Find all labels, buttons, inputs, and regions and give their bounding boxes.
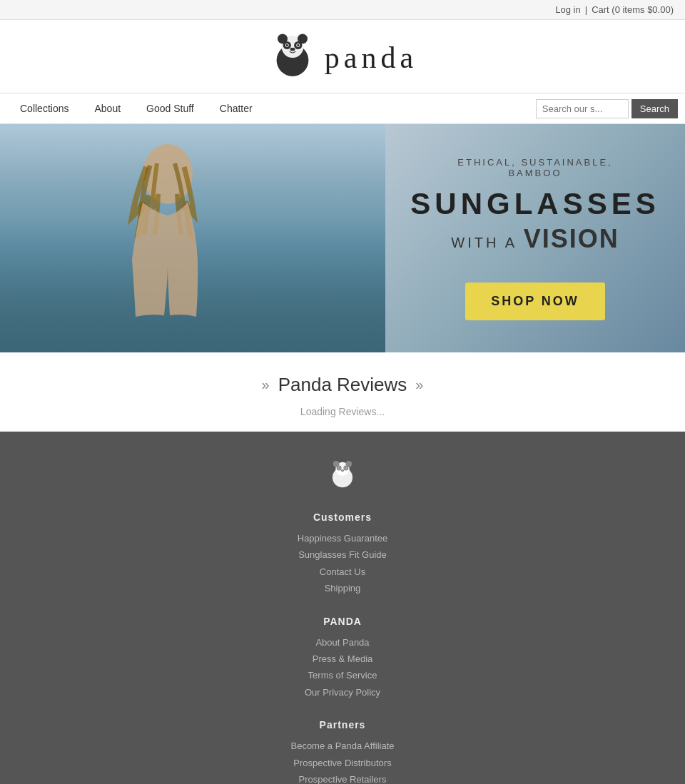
- reviews-heading: Panda Reviews: [278, 374, 407, 396]
- hero-title-sunglasses: SUNGLASSES: [410, 187, 659, 221]
- hero-tagline: ETHICAL, SUSTAINABLE,BAMBOO: [457, 157, 612, 178]
- footer-panda-title: PANDA: [0, 616, 685, 627]
- top-bar-separator: |: [585, 4, 587, 15]
- nav-links: Collections About Good Stuff Chatter: [7, 93, 536, 124]
- hero-title-vision: WITH A VISION: [451, 224, 619, 254]
- hero-vision-word: VISION: [524, 224, 619, 253]
- footer-partners-title: Partners: [0, 719, 685, 730]
- search-form: Search: [536, 99, 678, 118]
- site-header: panda: [0, 20, 685, 93]
- footer-link-sunglasses-fit-guide[interactable]: Sunglasses Fit Guide: [0, 546, 685, 563]
- footer-partners-section: Partners Become a Panda Affiliate Prospe…: [0, 719, 685, 784]
- logo-text: panda: [325, 41, 417, 75]
- footer-link-terms[interactable]: Terms of Service: [0, 667, 685, 683]
- reviews-title: » Panda Reviews »: [0, 374, 685, 396]
- reviews-loading: Loading Reviews...: [0, 406, 685, 417]
- shop-now-button[interactable]: SHOP NOW: [465, 282, 605, 320]
- reviews-section: » Panda Reviews » Loading Reviews...: [0, 352, 685, 432]
- top-bar: Log in | Cart (0 items $0.00): [0, 0, 685, 20]
- footer-link-privacy[interactable]: Our Privacy Policy: [0, 684, 685, 701]
- svg-point-20: [338, 467, 340, 469]
- hero-right-panel: ETHICAL, SUSTAINABLE,BAMBOO SUNGLASSES W…: [385, 124, 685, 352]
- svg-point-9: [297, 44, 299, 46]
- svg-point-10: [290, 48, 295, 51]
- hero-section: ETHICAL, SUSTAINABLE,BAMBOO SUNGLASSES W…: [0, 124, 685, 352]
- nav-collections[interactable]: Collections: [7, 93, 81, 124]
- reviews-chevron-left[interactable]: »: [262, 377, 270, 393]
- nav-about[interactable]: About: [81, 93, 133, 124]
- search-button[interactable]: Search: [631, 99, 678, 118]
- footer-customers-section: Customers Happiness Guarantee Sunglasses…: [0, 511, 685, 597]
- logo[interactable]: panda: [268, 33, 417, 83]
- site-footer: Customers Happiness Guarantee Sunglasses…: [0, 432, 685, 784]
- svg-point-8: [286, 44, 288, 46]
- main-nav: Collections About Good Stuff Chatter Sea…: [0, 93, 685, 124]
- login-link[interactable]: Log in: [555, 4, 580, 15]
- search-input[interactable]: [536, 99, 629, 118]
- svg-point-22: [341, 469, 344, 472]
- cart-link[interactable]: Cart (0 items $0.00): [592, 4, 674, 15]
- footer-link-affiliate[interactable]: Become a Panda Affiliate: [0, 738, 685, 754]
- footer-link-press-media[interactable]: Press & Media: [0, 651, 685, 667]
- reviews-chevron-right[interactable]: »: [415, 377, 423, 393]
- hero-left-panel: [0, 124, 414, 352]
- footer-logo: [0, 460, 685, 494]
- nav-chatter[interactable]: Chatter: [207, 93, 265, 124]
- nav-good-stuff[interactable]: Good Stuff: [133, 93, 207, 124]
- footer-panda-section: PANDA About Panda Press & Media Terms of…: [0, 616, 685, 701]
- footer-link-happiness-guarantee[interactable]: Happiness Guarantee: [0, 530, 685, 546]
- svg-point-21: [345, 467, 347, 469]
- footer-link-about-panda[interactable]: About Panda: [0, 634, 685, 651]
- footer-link-retailers[interactable]: Prospective Retailers: [0, 771, 685, 784]
- footer-panda-icon: [327, 460, 358, 492]
- footer-link-distributors[interactable]: Prospective Distributors: [0, 755, 685, 771]
- footer-link-shipping[interactable]: Shipping: [0, 580, 685, 596]
- footer-link-contact-us[interactable]: Contact Us: [0, 564, 685, 580]
- hero-person-silhouette: [57, 138, 285, 352]
- footer-customers-title: Customers: [0, 511, 685, 523]
- panda-logo-icon: [268, 33, 318, 83]
